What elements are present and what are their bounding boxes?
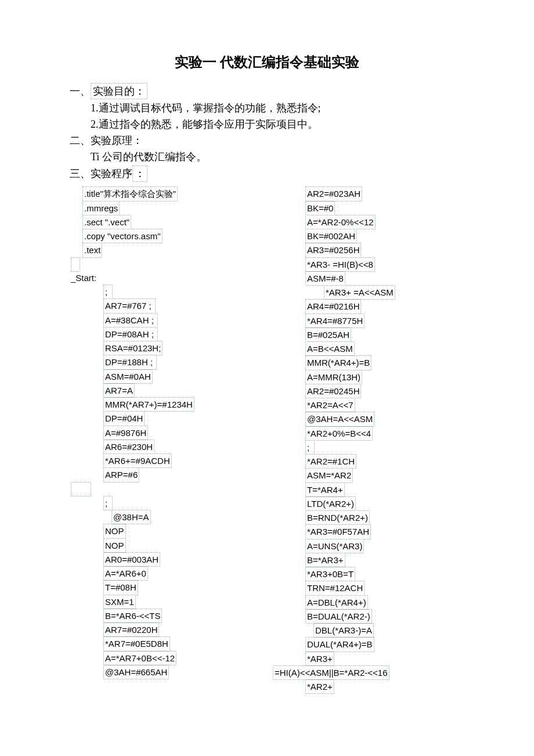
code-line: B=#025AH: [305, 327, 351, 342]
section-1-heading: 一、实验目的：: [70, 83, 464, 99]
code-line: B=DUAL(*AR2-): [305, 609, 372, 624]
code-line: A=*AR6+0: [103, 566, 148, 581]
code-line: A=DBL(*AR4+): [305, 595, 368, 610]
code-line: @3AH=A<<ASM: [305, 412, 374, 426]
code-line: DBL(*AR3-)=A: [313, 623, 374, 638]
code-line: A=B<<ASM: [305, 341, 355, 356]
code-blank: [71, 482, 91, 496]
code-line: TRN=#12ACH: [305, 581, 365, 595]
code-line: T=#08H: [103, 580, 138, 595]
code-line: ;: [103, 285, 113, 299]
code-line: ;: [103, 496, 113, 510]
code-line: .copy "vectors.asm": [82, 229, 163, 243]
sec1-line2: 2.通过指令的熟悉，能够指令应用于实际项目中。: [70, 117, 464, 132]
code-line: .title"算术指令综合实验": [82, 186, 178, 201]
section-2-heading: 二、实验原理：: [70, 133, 464, 148]
code-line: DP=#188H ;: [103, 355, 157, 369]
code-line: SXM=1: [103, 595, 136, 609]
code-line: DP=#04H: [103, 411, 145, 426]
right-column: AR2=#023AH BK=#0 A=*AR2-0%<<12 BK=#002AH…: [267, 186, 464, 693]
code-line: .mmregs: [82, 201, 120, 215]
code-line: A=MMR(13H): [305, 370, 362, 384]
section-3-heading: 三、实验程序：: [70, 165, 464, 182]
code-line: AR2=#023AH: [305, 186, 362, 201]
code-line: =HI(A)<<ASM||B=*AR2-<<16: [273, 665, 389, 680]
code-line: *AR7=#0E5D8H: [103, 636, 170, 651]
code-line: A=*AR2-0%<<12: [305, 215, 376, 229]
code-line: ASM=*AR2: [305, 468, 353, 483]
code-line: B=RND(*AR2+): [305, 510, 370, 525]
code-line: ASM=#-8: [305, 271, 345, 286]
sec1-label-box: 实验目的：: [91, 83, 147, 99]
code-line: AR7=#0220H: [103, 622, 159, 637]
code-line: *AR6+=#9ACDH: [103, 453, 172, 468]
left-column: .title"算术指令综合实验" .mmregs .sect ".vect" .…: [70, 186, 267, 693]
code-line: @3AH=#665AH: [103, 665, 169, 679]
code-line: .sect ".vect": [82, 215, 131, 229]
code-line: MMR(*AR4+)=B: [305, 355, 371, 370]
code-columns: .title"算术指令综合实验" .mmregs .sect ".vect" .…: [70, 186, 464, 693]
code-line: *AR2=A<<7: [305, 398, 355, 412]
code-blank: [71, 257, 80, 272]
sec2-line1: Ti 公司的代数汇编指令。: [70, 149, 464, 164]
code-line: AR0=#003AH: [103, 552, 160, 567]
code-line: AR7=#767 ;: [103, 298, 156, 313]
code-line: MMR(*AR7+)=#1234H: [103, 397, 194, 412]
code-line: T=*AR4+: [305, 483, 345, 497]
code-line: A=UNS(*AR3): [305, 539, 364, 553]
page: 实验一 代数汇编指令基础实验 一、实验目的： 1.通过调试目标代码，掌握指令的功…: [0, 0, 534, 756]
code-line: *AR3+ =A<<ASM: [324, 285, 395, 300]
code-line: RSA=#0123H;: [103, 341, 163, 355]
sec1-line1: 1.通过调试目标代码，掌握指令的功能，熟悉指令;: [70, 100, 464, 116]
page-title: 实验一 代数汇编指令基础实验: [70, 52, 464, 73]
code-line: ARP=#6: [103, 467, 139, 482]
code-line: *AR2+0%=B<<4: [305, 426, 373, 441]
code-line: NOP: [103, 524, 126, 538]
code-line: .text: [82, 243, 102, 257]
code-line: *AR2=#1CH: [305, 454, 356, 469]
code-line: B=*AR3+: [305, 553, 345, 567]
code-line: *AR3+: [305, 651, 334, 666]
code-line: BK=#0: [305, 201, 335, 215]
code-line: @38H=A: [111, 510, 151, 524]
code-line: NOP: [103, 538, 126, 553]
code-line: DUAL(*AR4+)=B: [305, 637, 374, 651]
sec3-colon-box: ：: [132, 165, 147, 182]
code-line: ;: [305, 440, 315, 455]
code-line: *AR3=#0F57AH: [305, 524, 371, 539]
code-line: AR6=#230H: [103, 440, 154, 454]
code-line: AR2=#0245H: [305, 384, 361, 398]
sec3-text: 三、实验程序: [70, 168, 132, 179]
code-line: *AR3- =HI(B)<<8: [305, 257, 375, 272]
code-line: *AR4=#8775H: [305, 314, 365, 328]
code-line: BK=#002AH: [305, 229, 357, 243]
code-line: LTD(*AR2+): [305, 496, 356, 511]
code-line: AR3=#0256H: [305, 243, 361, 257]
code-line: ASM=#0AH: [103, 369, 153, 384]
sec1-num: 一、: [70, 85, 91, 97]
code-line: *AR2+: [305, 679, 334, 694]
code-line: AR7=A: [103, 383, 135, 398]
code-line: A=*AR7+0B<<-12: [103, 651, 176, 665]
code-line: *AR3+0B=T: [305, 567, 355, 581]
code-line: AR4=#0216H: [305, 299, 361, 314]
code-line: A=#38CAH ;: [103, 313, 158, 327]
code-line: B=*AR6-<<TS: [103, 609, 162, 623]
code-line: DP=#08AH ;: [103, 327, 158, 341]
start-label: _Start:: [70, 271, 255, 285]
code-line: A=#9876H: [103, 426, 148, 440]
